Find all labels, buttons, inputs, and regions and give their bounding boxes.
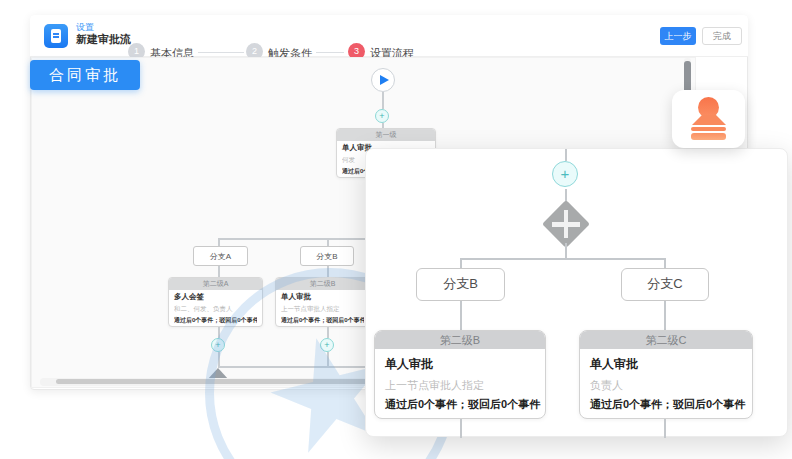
play-icon	[380, 75, 389, 85]
connector-line	[218, 327, 220, 338]
stamp-icon	[691, 133, 726, 140]
stamp-card	[672, 90, 745, 148]
connector-line	[565, 149, 567, 161]
connector-line	[218, 352, 220, 366]
stamp-icon	[691, 127, 726, 131]
node-events: 通过后0个事件；驳回后0个事件	[174, 316, 257, 325]
node-assignee: 和二、何发、负责人	[174, 305, 257, 314]
card-header: 第二级C	[580, 331, 752, 349]
step-connector	[316, 52, 344, 53]
stamp-icon	[692, 115, 726, 125]
plus-icon: +	[215, 340, 220, 350]
plus-icon: +	[324, 340, 329, 350]
node-events: 通过后0个事件；驳回后0个事件	[281, 316, 364, 325]
node-header: 第一级	[337, 129, 435, 141]
page: 设置 新建审批流 1 基本信息 2 触发条件 3 设置流程 上一步 完成 + 第…	[0, 0, 792, 459]
plus-icon: +	[379, 111, 384, 121]
connector-line	[218, 266, 220, 277]
branch-button-b[interactable]: 分支B	[300, 246, 354, 266]
connector-line	[460, 419, 462, 438]
card-assignee: 负责人	[590, 378, 742, 393]
document-icon	[44, 24, 68, 48]
connector-line	[327, 238, 329, 246]
connector-line	[664, 258, 666, 268]
node-header: 第二级A	[169, 278, 262, 290]
step-connector	[198, 52, 244, 53]
connector-line	[460, 258, 666, 260]
app-title: 新建审批流	[76, 32, 131, 47]
connector-line	[218, 238, 220, 246]
connector-line	[382, 92, 384, 109]
previous-step-button[interactable]: 上一步	[660, 27, 696, 45]
overlay-panel: + 分支B 分支C 第二级B 单人审批 上一节点审批人指定 通过后0个事件；驳回…	[365, 148, 788, 437]
connector-line	[460, 301, 462, 330]
node-header: 第二级B	[276, 278, 369, 290]
app-header: 设置 新建审批流 1 基本信息 2 触发条件 3 设置流程	[30, 15, 748, 57]
node-assignee: 上一节点审批人指定	[281, 305, 364, 314]
plus-icon: +	[561, 165, 570, 182]
connector-line	[327, 352, 329, 366]
add-node-button[interactable]: +	[375, 109, 389, 123]
contract-approval-tag: 合同审批	[30, 60, 140, 90]
branch-button-c[interactable]: 分支C	[621, 268, 709, 301]
approval-card-level2c[interactable]: 第二级C 单人审批 负责人 通过后0个事件；驳回后0个事件	[579, 330, 753, 419]
approval-node-level2b[interactable]: 第二级B 单人审批 上一节点审批人指定 通过后0个事件；驳回后0个事件	[275, 277, 370, 327]
approval-card-level2b[interactable]: 第二级B 单人审批 上一节点审批人指定 通过后0个事件；驳回后0个事件	[374, 330, 546, 419]
finish-button[interactable]: 完成	[702, 27, 742, 45]
connector-line	[565, 243, 567, 258]
connector-line	[327, 327, 329, 338]
node-type: 多人会签	[174, 292, 257, 302]
vertical-scrollbar-thumb[interactable]	[684, 61, 691, 93]
connector-line	[664, 419, 666, 438]
start-node[interactable]	[371, 68, 395, 92]
document-glyph	[51, 29, 61, 43]
card-type: 单人审批	[385, 356, 535, 373]
branch-button-a[interactable]: 分支A	[193, 246, 248, 266]
add-node-button[interactable]: +	[552, 161, 578, 187]
approval-node-level2a[interactable]: 第二级A 多人会签 和二、何发、负责人 通过后0个事件；驳回后0个事件	[168, 277, 263, 327]
card-header: 第二级B	[375, 331, 545, 349]
connector-line	[460, 258, 462, 268]
card-assignee: 上一节点审批人指定	[385, 378, 535, 393]
add-node-button[interactable]: +	[320, 338, 334, 352]
card-events: 通过后0个事件；驳回后0个事件	[590, 397, 742, 412]
diamond-plus-icon	[564, 210, 569, 238]
add-node-button[interactable]: +	[211, 338, 225, 352]
connector-line	[327, 266, 329, 277]
card-events: 通过后0个事件；驳回后0个事件	[385, 397, 535, 412]
connector-line	[664, 301, 666, 330]
card-type: 单人审批	[590, 356, 742, 373]
branch-button-b[interactable]: 分支B	[416, 268, 505, 301]
node-type: 单人审批	[281, 292, 364, 302]
